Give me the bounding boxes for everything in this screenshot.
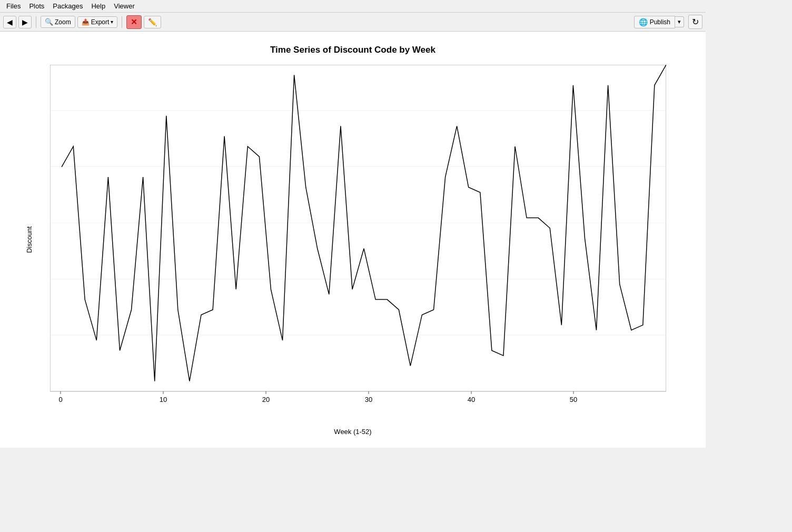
svg-text:50: 50 (570, 396, 577, 403)
export-dropdown-icon: ▾ (111, 19, 113, 25)
y-axis-label: Discount (25, 226, 33, 253)
forward-button[interactable]: ▶ (18, 16, 32, 28)
back-button[interactable]: ◀ (3, 16, 16, 28)
separator-1 (36, 16, 36, 28)
svg-rect-0 (50, 65, 666, 391)
publish-area: 🌐 Publish ▾ (634, 16, 684, 28)
publish-dropdown-button[interactable]: ▾ (675, 16, 684, 27)
back-icon: ◀ (7, 18, 13, 26)
export-button[interactable]: 📤 Export ▾ (77, 16, 118, 28)
svg-text:10: 10 (160, 396, 167, 403)
export-icon: 📤 (82, 18, 90, 26)
publish-label: Publish (650, 18, 670, 26)
separator-2 (122, 16, 122, 28)
publish-dropdown-icon: ▾ (678, 18, 681, 25)
zoom-button[interactable]: 🔍 Zoom (41, 16, 75, 28)
svg-text:0: 0 (58, 396, 62, 403)
refresh-button[interactable]: ↻ (688, 15, 702, 29)
menu-viewer[interactable]: Viewer (110, 1, 139, 11)
svg-text:30: 30 (365, 396, 372, 403)
brush-button[interactable]: ✏️ (144, 16, 161, 28)
forward-icon: ▶ (22, 18, 28, 26)
toolbar: ◀ ▶ 🔍 Zoom 📤 Export ▾ ✕ ✏️ (0, 13, 706, 32)
chart-wrapper: Time Series of Discount Code by Week Dis… (21, 40, 685, 440)
x-axis-label: Week (1-52) (334, 428, 371, 436)
menu-files[interactable]: Files (2, 1, 25, 11)
svg-text:20: 20 (262, 396, 270, 403)
clear-button[interactable]: ✕ (126, 15, 142, 29)
plot-container: Time Series of Discount Code by Week Dis… (0, 32, 706, 448)
menu-bar: Files Plots Packages Help Viewer (0, 0, 706, 13)
clear-icon: ✕ (131, 17, 137, 27)
zoom-icon: 🔍 (45, 18, 53, 26)
publish-button[interactable]: 🌐 Publish (634, 16, 675, 28)
menu-help[interactable]: Help (87, 1, 110, 11)
brush-icon: ✏️ (148, 18, 157, 26)
refresh-icon: ↻ (692, 17, 699, 27)
export-label: Export (91, 18, 110, 26)
menu-plots[interactable]: Plots (25, 1, 48, 11)
chart-title: Time Series of Discount Code by Week (270, 45, 435, 55)
chart-svg: 0 5 10 15 20 25 30 0 10 20 30 40 (50, 65, 666, 407)
svg-text:40: 40 (468, 396, 475, 403)
publish-icon: 🌐 (639, 18, 648, 26)
zoom-label: Zoom (55, 18, 71, 26)
menu-packages[interactable]: Packages (48, 1, 87, 11)
